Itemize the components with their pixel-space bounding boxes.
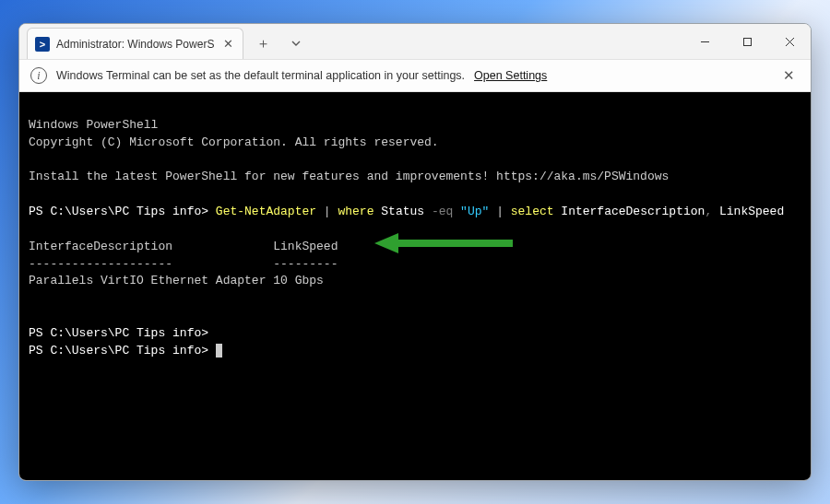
tab-dropdown-button[interactable] (282, 29, 310, 57)
close-icon (785, 37, 795, 47)
info-message: Windows Terminal can be set as the defau… (56, 69, 465, 82)
cmd-token: InterfaceDescription (554, 205, 706, 218)
row-value: 10 Gbps (273, 274, 324, 287)
terminal-line: Copyright (C) Microsoft Corporation. All… (29, 135, 439, 149)
terminal-line: Install the latest PowerShell for new fe… (29, 170, 669, 183)
cmd-token: Get-NetAdapter (216, 205, 316, 218)
open-settings-link[interactable]: Open Settings (474, 69, 547, 82)
titlebar: > Administrator: Windows PowerS ✕ ＋ (19, 24, 811, 59)
tab-actions: ＋ (249, 24, 310, 59)
row-value: Parallels VirtIO Ethernet Adapter (29, 274, 266, 287)
cmd-token: select (511, 205, 554, 218)
chevron-down-icon (290, 38, 302, 49)
col-divider: -------------------- (29, 257, 172, 271)
tab-close-button[interactable]: ✕ (220, 37, 235, 52)
cmd-token: where (338, 205, 374, 218)
prompt: PS C:\Users\PC Tips info> (29, 326, 208, 340)
close-button[interactable] (768, 24, 811, 59)
cmd-token: | (316, 205, 338, 218)
tab-title: Administrator: Windows PowerS (56, 38, 214, 51)
col-divider: --------- (273, 257, 338, 271)
cmd-token: -eq (432, 205, 453, 218)
col-header: LinkSpeed (273, 240, 338, 253)
terminal-line: Windows PowerShell (29, 118, 158, 132)
info-close-button[interactable]: ✕ (777, 64, 800, 87)
annotation-arrow-icon (374, 230, 522, 256)
col-header: InterfaceDescription (29, 240, 172, 253)
cmd-token: LinkSpeed (712, 205, 784, 218)
maximize-button[interactable] (726, 24, 768, 59)
minimize-button[interactable] (683, 24, 726, 59)
cmd-token: | (489, 205, 510, 218)
terminal-pane[interactable]: Windows PowerShell Copyright (C) Microso… (19, 92, 811, 480)
cursor (216, 344, 222, 357)
maximize-icon (742, 37, 753, 47)
info-bar: i Windows Terminal can be set as the def… (19, 59, 811, 92)
prompt: PS C:\Users\PC Tips info> (29, 205, 216, 218)
window-controls (683, 24, 811, 59)
prompt: PS C:\Users\PC Tips info> (29, 344, 216, 357)
info-icon: i (30, 67, 47, 84)
powershell-icon: > (35, 37, 50, 52)
tab-powershell[interactable]: > Administrator: Windows PowerS ✕ (27, 28, 243, 59)
cmd-token: Status (374, 205, 431, 218)
app-window: > Administrator: Windows PowerS ✕ ＋ i Wi… (18, 23, 812, 481)
minimize-icon (700, 37, 710, 47)
new-tab-button[interactable]: ＋ (249, 29, 277, 57)
svg-marker-5 (374, 233, 398, 253)
svg-rect-1 (743, 38, 751, 45)
cmd-token: "Up" (453, 205, 489, 218)
